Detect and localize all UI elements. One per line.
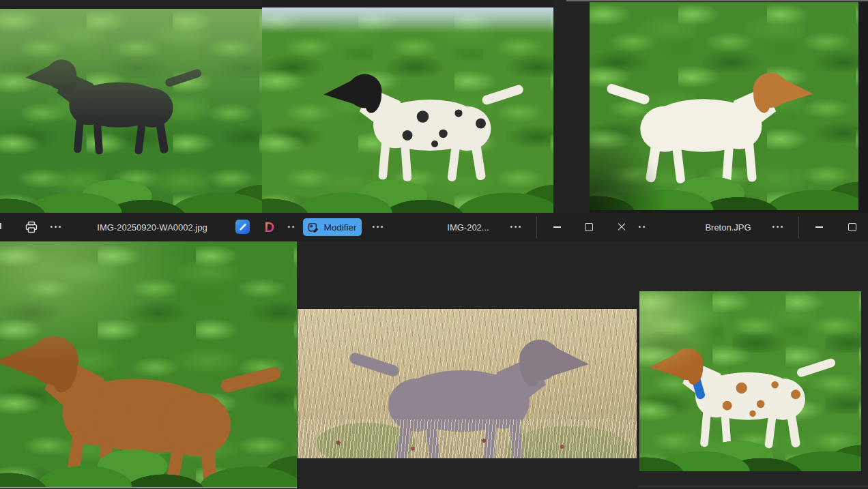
top-window-chrome [0, 0, 262, 9]
maximize-button[interactable] [579, 213, 599, 241]
more-options-button-clipped[interactable]: •• [287, 213, 298, 241]
edit-button-label: Modifier [323, 222, 356, 233]
foreground-leaves [590, 119, 858, 210]
more-options-button[interactable]: ••• [508, 213, 525, 241]
printer-icon [25, 221, 38, 233]
filename-label: Breton.JPG [682, 213, 774, 241]
print-button[interactable] [20, 213, 42, 241]
photo-1 [0, 9, 262, 213]
desktop: ••• IMG-20250920-WA0002.jpg D •• Modifie… [0, 0, 868, 489]
foreground-leaves [0, 378, 297, 487]
foreground-leaves [639, 393, 861, 471]
filename-label: IMG-202... [427, 213, 509, 241]
maximize-icon [585, 223, 593, 231]
foreground-leaves [0, 123, 262, 213]
photo-5 [298, 309, 637, 458]
maximize-button[interactable] [842, 213, 863, 241]
close-button[interactable] [611, 213, 632, 241]
title-bar-divider [536, 216, 537, 238]
minimize-icon [553, 226, 561, 227]
minimize-icon [815, 226, 823, 227]
window-bottom-border [638, 486, 868, 487]
more-options-button-clipped[interactable]: •• [638, 213, 648, 241]
edit-image-icon [308, 222, 319, 233]
foreground-leaves [262, 123, 553, 213]
photo-2 [262, 8, 553, 213]
more-options-button[interactable]: ••• [370, 213, 388, 241]
foreground-grass [298, 419, 637, 458]
window-top-border [566, 0, 868, 1]
photo-6 [639, 291, 861, 471]
more-options-button[interactable]: ••• [770, 213, 787, 241]
photo-4 [0, 241, 297, 487]
close-icon [617, 222, 626, 232]
filename-label: IMG-20250920-WA0002.jpg [81, 213, 224, 241]
clipped-icon [0, 223, 1, 229]
title-bar-divider [798, 216, 799, 238]
photo-3 [590, 2, 858, 210]
window-gap [553, 0, 590, 213]
title-bar-row: ••• IMG-20250920-WA0002.jpg D •• Modifie… [0, 213, 868, 241]
top-window-chrome [262, 0, 553, 8]
edit-button[interactable]: Modifier [303, 218, 362, 236]
minimize-button[interactable] [547, 213, 567, 241]
minimize-button[interactable] [809, 213, 829, 241]
more-options-button[interactable]: ••• [48, 213, 66, 241]
designer-icon[interactable]: D [262, 218, 277, 236]
maximize-icon [848, 223, 856, 231]
ai-edit-tile-button[interactable] [235, 220, 250, 234]
ai-edit-icon [237, 222, 248, 232]
